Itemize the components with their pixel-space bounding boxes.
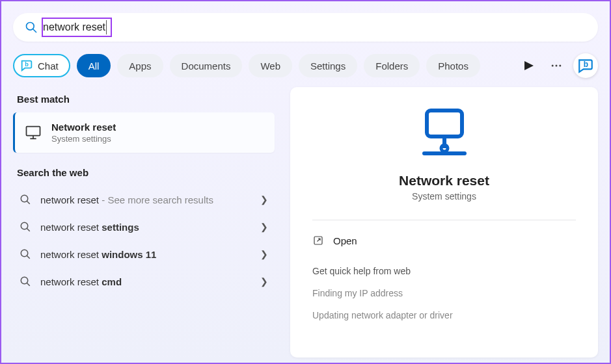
filter-settings[interactable]: Settings [299,54,357,77]
web-result[interactable]: network reset settings ❯ [13,213,275,240]
svg-rect-8 [27,127,40,136]
web-result-text: network reset - See more search results [40,194,251,205]
help-link[interactable]: Finding my IP address [312,288,576,298]
filter-photos[interactable]: Photos [426,54,480,77]
web-result-text: network reset cmd [40,276,251,287]
best-match-subtitle: System settings [51,134,116,144]
web-result[interactable]: network reset - See more search results … [13,186,275,213]
svg-rect-19 [427,110,462,136]
svg-point-6 [559,65,561,67]
open-label: Open [333,235,357,246]
svg-point-15 [21,250,28,257]
play-icon[interactable] [519,55,539,76]
best-match-title: Network reset [51,122,116,133]
search-input[interactable]: network reset [43,20,107,34]
filter-folders[interactable]: Folders [364,54,420,77]
search-bar[interactable]: network reset [13,13,598,42]
bing-account-icon[interactable]: b [573,53,598,78]
filter-apps[interactable]: Apps [117,54,163,77]
svg-point-11 [21,195,28,202]
chevron-right-icon: ❯ [260,249,268,259]
chat-label: Chat [38,60,59,72]
chat-button[interactable]: b Chat [13,54,70,77]
search-icon [25,21,38,34]
search-icon [20,221,31,233]
web-result[interactable]: network reset cmd ❯ [13,268,275,295]
search-icon [20,194,31,205]
filter-row: b Chat All Apps Documents Web Settings F… [1,42,610,78]
preview-panel: Network reset System settings Open Get q… [290,87,598,358]
svg-text:b: b [584,60,588,69]
filter-all[interactable]: All [77,54,111,77]
best-match-result[interactable]: Network reset System settings [13,112,275,153]
preview-subtitle: System settings [312,191,576,202]
web-result[interactable]: network reset windows 11 ❯ [13,240,275,268]
search-web-heading: Search the web [17,167,275,178]
search-icon [20,248,31,260]
preview-title: Network reset [312,173,576,188]
filter-documents[interactable]: Documents [170,54,243,77]
svg-line-18 [27,283,30,286]
chevron-right-icon: ❯ [260,194,268,205]
svg-point-4 [552,65,554,67]
web-result-text: network reset windows 11 [40,249,251,260]
svg-line-12 [27,201,30,204]
monitor-icon [24,124,42,142]
bing-chat-icon: b [20,58,34,73]
filter-web[interactable]: Web [249,54,292,77]
preview-column: Network reset System settings Open Get q… [286,87,610,358]
open-action[interactable]: Open [312,220,576,261]
open-external-icon [312,235,324,246]
web-result-text: network reset settings [40,222,251,233]
network-monitor-icon [415,107,474,159]
svg-marker-3 [524,61,534,70]
svg-line-1 [33,29,36,32]
search-input-highlight: network reset [42,18,112,37]
svg-line-16 [27,255,30,259]
chevron-right-icon: ❯ [260,276,268,287]
quick-help-heading: Get quick help from web [312,266,576,276]
svg-line-14 [27,228,30,231]
main-area: Best match Network reset System settings… [1,87,610,358]
svg-point-5 [556,65,558,67]
svg-text:b: b [25,61,29,68]
results-column: Best match Network reset System settings… [1,87,286,358]
svg-point-13 [21,222,28,229]
help-link[interactable]: Updating network adapter or driver [312,310,576,320]
best-match-heading: Best match [17,94,275,105]
chevron-right-icon: ❯ [260,222,268,232]
more-options-icon[interactable] [546,55,567,76]
svg-point-17 [21,277,28,284]
search-icon [20,276,31,287]
